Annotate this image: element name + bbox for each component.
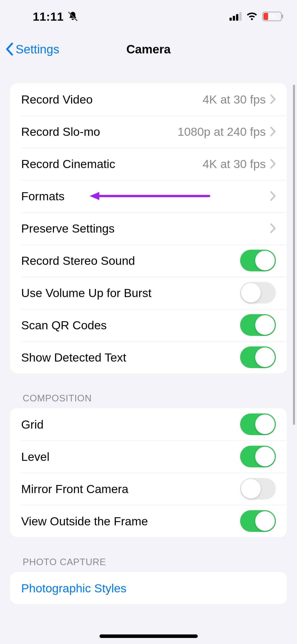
toggle-scan-qr-codes[interactable] [240, 314, 276, 336]
toggle-volume-up-burst[interactable] [240, 282, 276, 304]
settings-group-photo-capture: Photographic Styles [10, 572, 287, 604]
toggle-mirror-front-camera[interactable] [240, 478, 276, 500]
row-label: Use Volume Up for Burst [21, 286, 240, 300]
status-left: 11:11 [33, 10, 78, 23]
row-label: Photographic Styles [21, 581, 276, 595]
row-mirror-front-camera: Mirror Front Camera [10, 473, 287, 505]
row-label: Preserve Settings [21, 221, 270, 235]
chevron-right-icon [270, 127, 276, 136]
page-title: Camera [126, 42, 171, 56]
row-label: Record Cinematic [21, 157, 203, 171]
settings-content: Record Video 4K at 30 fps Record Slo-mo … [0, 83, 297, 604]
row-detail: 4K at 30 fps [203, 92, 266, 106]
back-button[interactable]: Settings [5, 42, 59, 56]
row-label: Record Slo-mo [21, 125, 178, 139]
toggle-level[interactable] [240, 446, 276, 467]
toggle-view-outside-frame[interactable] [240, 510, 276, 532]
toggle-grid[interactable] [240, 413, 276, 435]
chevron-right-icon [270, 94, 276, 104]
battery-icon: 16 [262, 12, 282, 21]
status-right: 16 [229, 12, 282, 21]
status-time: 11:11 [33, 10, 64, 23]
settings-group-composition: Grid Level Mirror Front Camera View Outs… [10, 408, 287, 537]
chevron-right-icon [270, 223, 276, 233]
settings-group-main: Record Video 4K at 30 fps Record Slo-mo … [10, 83, 287, 373]
toggle-record-stereo-sound[interactable] [240, 250, 276, 271]
row-record-slomo[interactable]: Record Slo-mo 1080p at 240 fps [10, 115, 287, 148]
row-record-stereo-sound: Record Stereo Sound [10, 244, 287, 277]
row-label: Record Stereo Sound [21, 254, 240, 268]
group-header-composition: Composition [23, 393, 287, 404]
row-label: Mirror Front Camera [21, 482, 240, 496]
row-scan-qr-codes: Scan QR Codes [10, 309, 287, 341]
row-volume-up-burst: Use Volume Up for Burst [10, 277, 287, 309]
row-label: Show Detected Text [21, 350, 240, 364]
row-photographic-styles[interactable]: Photographic Styles [10, 572, 287, 604]
cellular-signal-icon [229, 12, 242, 21]
row-record-video[interactable]: Record Video 4K at 30 fps [10, 83, 287, 115]
chevron-right-icon [270, 159, 276, 169]
wifi-icon [246, 12, 258, 21]
row-label: View Outside the Frame [21, 514, 240, 528]
row-label: Grid [21, 417, 240, 431]
annotation-arrow-icon [88, 191, 212, 201]
row-label: Level [21, 450, 240, 464]
scroll-indicator[interactable] [293, 85, 295, 425]
home-indicator[interactable] [100, 634, 198, 638]
group-header-photo-capture: Photo Capture [23, 557, 287, 567]
row-show-detected-text: Show Detected Text [10, 341, 287, 373]
row-label: Scan QR Codes [21, 318, 240, 332]
status-bar: 11:11 16 [0, 0, 297, 33]
toggle-show-detected-text[interactable] [240, 346, 276, 368]
row-preserve-settings[interactable]: Preserve Settings [10, 212, 287, 244]
nav-bar: Settings Camera [0, 33, 297, 66]
row-grid: Grid [10, 408, 287, 440]
row-detail: 1080p at 240 fps [178, 125, 266, 139]
row-formats[interactable]: Formats [10, 180, 287, 212]
do-not-disturb-icon [67, 11, 78, 22]
row-label: Record Video [21, 92, 203, 106]
chevron-right-icon [270, 191, 276, 201]
row-record-cinematic[interactable]: Record Cinematic 4K at 30 fps [10, 148, 287, 180]
back-label: Settings [16, 42, 59, 56]
battery-percent: 16 [269, 13, 275, 19]
row-level: Level [10, 440, 287, 473]
row-view-outside-frame: View Outside the Frame [10, 505, 287, 537]
row-detail: 4K at 30 fps [203, 157, 266, 171]
chevron-left-icon [5, 43, 14, 56]
